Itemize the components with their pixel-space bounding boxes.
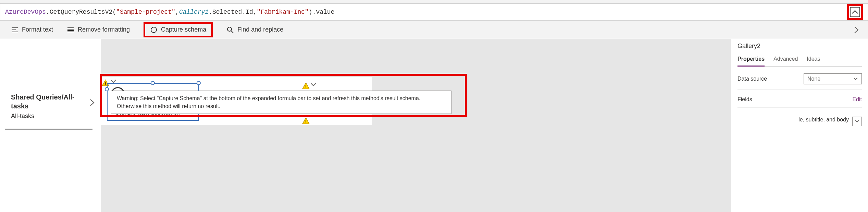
svg-rect-7 — [306, 122, 306, 123]
chevron-right-icon[interactable] — [90, 93, 95, 106]
search-icon — [226, 26, 234, 34]
find-replace-button[interactable]: Find and replace — [226, 26, 283, 34]
tree-title: Shared Queries/All-tasks — [11, 93, 90, 110]
data-source-row: Data source None — [737, 69, 862, 90]
fields-row: Fields Edit — [737, 92, 862, 108]
data-source-select[interactable]: None — [804, 73, 862, 84]
svg-rect-3 — [105, 84, 106, 85]
chevron-up-icon — [850, 7, 860, 17]
formula-toolbar: Format text Remove formatting Capture sc… — [0, 21, 868, 39]
chevron-right-icon — [854, 26, 859, 34]
selected-control-name: Gallery2 — [737, 43, 862, 50]
chevron-down-icon — [853, 77, 858, 81]
toolbar-more-button[interactable] — [854, 26, 868, 34]
svg-rect-5 — [306, 87, 306, 88]
format-text-label: Format text — [22, 26, 53, 33]
find-replace-label: Find and replace — [237, 26, 283, 33]
warning-icon — [302, 82, 310, 89]
formula-selected: Selected — [212, 9, 242, 15]
svg-rect-6 — [306, 120, 306, 122]
warning-tooltip: Warning: Select "Capture Schema" at the … — [111, 91, 451, 114]
tab-advanced[interactable]: Advanced — [773, 53, 798, 66]
canvas[interactable]: Sample task description Warning: Select … — [101, 39, 731, 212]
tooltip-text: Warning: Select "Capture Schema" at the … — [117, 95, 420, 109]
selection-handle[interactable] — [197, 81, 201, 85]
format-text-button[interactable]: Format text — [11, 26, 53, 34]
format-text-icon — [11, 26, 18, 34]
formula-gallery: Gallery1 — [179, 9, 209, 15]
remove-formatting-icon — [67, 26, 74, 34]
top-strip — [0, 0, 868, 3]
warning-icon — [302, 117, 310, 124]
formula-text[interactable]: AzureDevOps.GetQueryResultsV2("Sample-pr… — [5, 9, 847, 15]
capture-schema-label: Capture schema — [161, 26, 206, 33]
dropdown-toggle[interactable] — [310, 82, 317, 87]
data-source-label: Data source — [737, 76, 767, 82]
main-area: Shared Queries/All-tasks All-tasks — [0, 39, 868, 212]
formula-arg1: "Sample-project" — [116, 9, 175, 15]
formula-bar[interactable]: AzureDevOps.GetQueryResultsV2("Sample-pr… — [0, 3, 868, 21]
selection-handle[interactable] — [105, 87, 109, 91]
svg-point-0 — [151, 27, 157, 33]
layout-row: Layout le, subtitle, and body — [737, 110, 862, 126]
formula-id: Id — [246, 9, 253, 15]
remove-formatting-label: Remove formatting — [78, 26, 130, 33]
chevron-down-icon — [855, 120, 859, 123]
collapse-formula-button[interactable] — [847, 4, 863, 20]
formula-tail: value — [316, 9, 334, 15]
fields-label: Fields — [737, 96, 752, 103]
formula-object: AzureDevOps — [5, 9, 46, 15]
chevron-down-icon — [310, 82, 317, 87]
tree-subtitle: All-tasks — [11, 113, 95, 120]
svg-rect-2 — [105, 82, 106, 84]
properties-panel: Gallery2 Properties Advanced Ideas Data … — [731, 39, 868, 212]
layout-value: le, subtitle, and body — [798, 117, 849, 123]
tab-properties[interactable]: Properties — [737, 53, 765, 67]
data-source-value: None — [807, 76, 820, 82]
capture-schema-icon — [150, 26, 158, 34]
svg-rect-4 — [306, 85, 306, 87]
tree-separator — [5, 129, 92, 130]
selection-handle[interactable] — [151, 81, 155, 85]
layout-expand-button[interactable] — [852, 117, 862, 126]
formula-arg3: "Fabrikam-Inc" — [257, 9, 309, 15]
formula-func: GetQueryResultsV2 — [50, 9, 113, 15]
remove-formatting-button[interactable]: Remove formatting — [67, 26, 130, 34]
tree-panel: Shared Queries/All-tasks All-tasks — [0, 39, 101, 212]
tree-item[interactable]: Shared Queries/All-tasks All-tasks — [0, 93, 101, 120]
svg-point-1 — [227, 27, 232, 31]
properties-tabs: Properties Advanced Ideas — [737, 53, 862, 67]
tab-ideas[interactable]: Ideas — [807, 53, 820, 66]
edit-fields-link[interactable]: Edit — [852, 96, 862, 103]
capture-schema-button[interactable]: Capture schema — [144, 22, 213, 37]
